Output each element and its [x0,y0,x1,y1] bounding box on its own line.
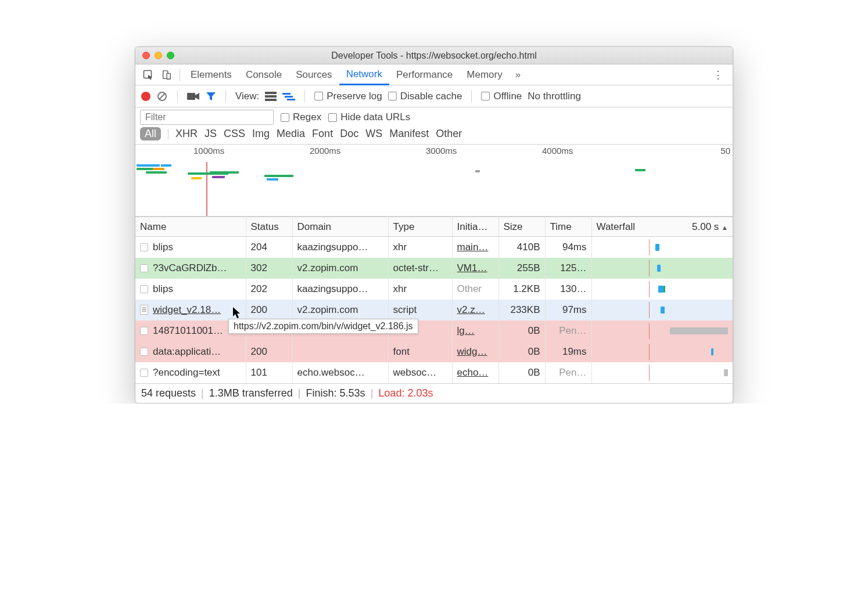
large-rows-icon[interactable] [265,92,277,101]
type-filter-font[interactable]: Font [312,128,333,140]
preserve-log-label: Preserve log [327,91,382,102]
cell-waterfall [591,237,733,258]
col-waterfall[interactable]: Waterfall 5.00 s ▲ [591,217,733,237]
tab-performance[interactable]: Performance [389,64,460,85]
throttling-select[interactable]: No throttling [528,91,584,102]
cell-time: 125… [545,258,591,279]
col-initiator[interactable]: Initia… [452,217,498,237]
file-icon [140,369,148,377]
svg-rect-8 [282,93,290,95]
waterfall-end-label: 5.00 s [692,221,719,232]
inspect-element-icon[interactable] [139,66,157,84]
titlebar: Developer Tools - https://websocket.org/… [135,47,733,64]
type-filter-media[interactable]: Media [277,128,305,140]
device-toolbar-icon[interactable] [157,66,176,84]
svg-rect-4 [187,93,195,100]
col-size[interactable]: Size [498,217,545,237]
cell-initiator[interactable]: main… [452,237,498,258]
cell-name[interactable]: blips [135,237,246,258]
cell-name[interactable]: ?3vCaGRDlZb… [135,258,246,279]
cell-type: script [388,300,452,320]
preserve-log-checkbox[interactable]: Preserve log [314,91,382,102]
table-row[interactable]: blips204kaazingsuppo…xhrmain…410B94ms [135,237,733,258]
tab-elements[interactable]: Elements [184,64,239,85]
type-filter-img[interactable]: Img [252,128,270,140]
cell-initiator[interactable]: v2.z… [452,300,498,320]
file-icon [140,327,148,335]
cursor-icon [233,307,242,320]
col-domain[interactable]: Domain [292,217,388,237]
col-name[interactable]: Name [135,217,246,237]
table-row[interactable]: ?encoding=text101echo.websoc…websoc…echo… [135,362,733,383]
cell-time: Pen… [545,362,591,383]
minimize-window-button[interactable] [155,52,162,59]
type-filter-all[interactable]: All [140,127,161,141]
cell-size: 255B [498,258,545,279]
cell-type: xhr [388,237,452,258]
clear-icon[interactable] [156,91,168,102]
overview-icon[interactable] [282,92,295,100]
col-status[interactable]: Status [246,217,292,237]
cell-initiator[interactable]: VM1… [452,258,498,279]
cell-size: 1.2KB [498,279,545,300]
status-finish: Finish: 5.53s [306,387,365,399]
cell-name[interactable]: ?encoding=text [135,362,246,383]
window-controls [135,52,174,59]
cell-status: 202 [246,279,292,300]
cell-name[interactable]: data:applicati… [135,341,246,362]
cell-initiator[interactable]: echo… [452,362,498,383]
type-filter-xhr[interactable]: XHR [175,128,198,140]
cell-domain: kaazingsuppo… [292,237,388,258]
type-filter-doc[interactable]: Doc [340,128,358,140]
divider [225,90,226,103]
cell-name[interactable]: widget_v2.18… [135,300,246,320]
cell-size: 410B [498,237,545,258]
cell-type: font [388,341,452,362]
file-icon [140,348,148,356]
table-row[interactable]: ?3vCaGRDlZb…302v2.zopim.comoctet-str…VM1… [135,258,733,279]
col-type[interactable]: Type [388,217,452,237]
tab-memory[interactable]: Memory [460,64,509,85]
cell-initiator[interactable]: lg… [452,320,498,341]
cell-time: 19ms [545,341,591,362]
more-tabs-button[interactable]: » [510,69,526,81]
divider [304,90,305,103]
svg-rect-10 [287,99,295,100]
table-row[interactable]: blips202kaazingsuppo…xhrOther1.2KB130… [135,279,733,300]
record-button[interactable] [141,92,150,101]
divider [180,69,180,81]
filter-input[interactable] [140,110,274,125]
disable-cache-checkbox[interactable]: Disable cache [388,91,462,102]
divider [177,90,178,103]
tab-network[interactable]: Network [339,64,389,85]
cell-type: xhr [388,279,452,300]
type-filter-manifest[interactable]: Manifest [389,128,429,140]
type-filter-js[interactable]: JS [205,128,217,140]
type-filter-css[interactable]: CSS [224,128,245,140]
svg-rect-9 [285,96,293,98]
tab-console[interactable]: Console [239,64,289,85]
type-filter-other[interactable]: Other [436,128,462,140]
camera-icon[interactable] [187,92,200,101]
hide-data-urls-checkbox[interactable]: Hide data URLs [328,111,410,123]
sort-indicator-icon: ▲ [722,224,728,231]
tab-sources[interactable]: Sources [289,64,339,85]
timeline-overview[interactable]: 1000ms 2000ms 3000ms 4000ms 50 [135,145,733,217]
table-row[interactable]: data:applicati…200fontwidg…0B19ms [135,341,733,362]
cell-initiator[interactable]: widg… [452,341,498,362]
status-bar: 54 requests | 1.3MB transferred | Finish… [135,383,733,403]
offline-checkbox[interactable]: Offline [481,91,522,102]
maximize-window-button[interactable] [167,52,174,59]
table-row[interactable]: widget_v2.18…200v2.zopim.comscriptv2.z…2… [135,300,733,320]
view-label: View: [235,91,259,102]
type-filter-ws[interactable]: WS [365,128,382,140]
cell-type: octet-str… [388,258,452,279]
table-row[interactable]: 14871011001…lg…0BPen… [135,320,733,341]
close-window-button[interactable] [142,52,150,59]
col-time[interactable]: Time [545,217,591,237]
regex-checkbox[interactable]: Regex [281,111,321,123]
filter-icon[interactable] [206,91,216,102]
settings-menu-button[interactable]: ⋮ [707,69,729,81]
cell-name[interactable]: blips [135,279,246,300]
requests-table-wrap: Name Status Domain Type Initia… Size Tim… [135,217,733,383]
